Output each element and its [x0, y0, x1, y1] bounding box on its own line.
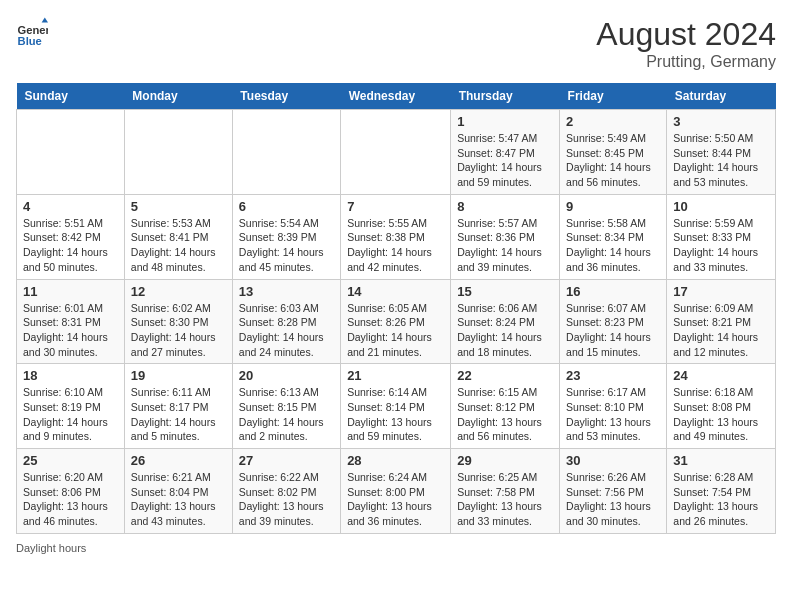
title-block: August 2024 Prutting, Germany	[596, 16, 776, 71]
day-number: 27	[239, 453, 334, 468]
day-number: 19	[131, 368, 226, 383]
day-info: Sunrise: 5:55 AM Sunset: 8:38 PM Dayligh…	[347, 216, 444, 275]
day-number: 15	[457, 284, 553, 299]
calendar-cell: 31Sunrise: 6:28 AM Sunset: 7:54 PM Dayli…	[667, 449, 776, 534]
calendar-cell: 1Sunrise: 5:47 AM Sunset: 8:47 PM Daylig…	[451, 110, 560, 195]
day-number: 12	[131, 284, 226, 299]
day-number: 9	[566, 199, 660, 214]
calendar-cell	[17, 110, 125, 195]
day-number: 7	[347, 199, 444, 214]
day-info: Sunrise: 6:21 AM Sunset: 8:04 PM Dayligh…	[131, 470, 226, 529]
calendar-cell: 9Sunrise: 5:58 AM Sunset: 8:34 PM Daylig…	[560, 194, 667, 279]
calendar-cell: 26Sunrise: 6:21 AM Sunset: 8:04 PM Dayli…	[124, 449, 232, 534]
day-info: Sunrise: 6:15 AM Sunset: 8:12 PM Dayligh…	[457, 385, 553, 444]
calendar-cell: 19Sunrise: 6:11 AM Sunset: 8:17 PM Dayli…	[124, 364, 232, 449]
day-number: 22	[457, 368, 553, 383]
day-number: 24	[673, 368, 769, 383]
calendar-cell	[232, 110, 340, 195]
day-number: 8	[457, 199, 553, 214]
week-row-2: 4Sunrise: 5:51 AM Sunset: 8:42 PM Daylig…	[17, 194, 776, 279]
calendar-cell: 10Sunrise: 5:59 AM Sunset: 8:33 PM Dayli…	[667, 194, 776, 279]
calendar-cell: 24Sunrise: 6:18 AM Sunset: 8:08 PM Dayli…	[667, 364, 776, 449]
header-day-saturday: Saturday	[667, 83, 776, 110]
header-day-monday: Monday	[124, 83, 232, 110]
svg-text:General: General	[18, 24, 48, 36]
day-info: Sunrise: 5:57 AM Sunset: 8:36 PM Dayligh…	[457, 216, 553, 275]
day-info: Sunrise: 6:26 AM Sunset: 7:56 PM Dayligh…	[566, 470, 660, 529]
day-info: Sunrise: 5:53 AM Sunset: 8:41 PM Dayligh…	[131, 216, 226, 275]
day-info: Sunrise: 6:25 AM Sunset: 7:58 PM Dayligh…	[457, 470, 553, 529]
calendar-cell: 2Sunrise: 5:49 AM Sunset: 8:45 PM Daylig…	[560, 110, 667, 195]
day-number: 6	[239, 199, 334, 214]
week-row-4: 18Sunrise: 6:10 AM Sunset: 8:19 PM Dayli…	[17, 364, 776, 449]
calendar-cell: 14Sunrise: 6:05 AM Sunset: 8:26 PM Dayli…	[341, 279, 451, 364]
week-row-5: 25Sunrise: 6:20 AM Sunset: 8:06 PM Dayli…	[17, 449, 776, 534]
day-number: 3	[673, 114, 769, 129]
day-number: 10	[673, 199, 769, 214]
calendar-cell: 23Sunrise: 6:17 AM Sunset: 8:10 PM Dayli…	[560, 364, 667, 449]
day-number: 5	[131, 199, 226, 214]
calendar-table: SundayMondayTuesdayWednesdayThursdayFrid…	[16, 83, 776, 534]
day-info: Sunrise: 6:18 AM Sunset: 8:08 PM Dayligh…	[673, 385, 769, 444]
day-info: Sunrise: 6:28 AM Sunset: 7:54 PM Dayligh…	[673, 470, 769, 529]
day-info: Sunrise: 6:24 AM Sunset: 8:00 PM Dayligh…	[347, 470, 444, 529]
week-row-3: 11Sunrise: 6:01 AM Sunset: 8:31 PM Dayli…	[17, 279, 776, 364]
day-info: Sunrise: 6:02 AM Sunset: 8:30 PM Dayligh…	[131, 301, 226, 360]
day-info: Sunrise: 5:54 AM Sunset: 8:39 PM Dayligh…	[239, 216, 334, 275]
day-info: Sunrise: 5:49 AM Sunset: 8:45 PM Dayligh…	[566, 131, 660, 190]
day-number: 26	[131, 453, 226, 468]
calendar-cell: 27Sunrise: 6:22 AM Sunset: 8:02 PM Dayli…	[232, 449, 340, 534]
day-number: 31	[673, 453, 769, 468]
daylight-hours-label: Daylight hours	[16, 542, 86, 554]
day-number: 4	[23, 199, 118, 214]
day-info: Sunrise: 6:22 AM Sunset: 8:02 PM Dayligh…	[239, 470, 334, 529]
calendar-cell: 12Sunrise: 6:02 AM Sunset: 8:30 PM Dayli…	[124, 279, 232, 364]
day-info: Sunrise: 6:03 AM Sunset: 8:28 PM Dayligh…	[239, 301, 334, 360]
day-info: Sunrise: 6:06 AM Sunset: 8:24 PM Dayligh…	[457, 301, 553, 360]
day-number: 29	[457, 453, 553, 468]
day-info: Sunrise: 5:47 AM Sunset: 8:47 PM Dayligh…	[457, 131, 553, 190]
day-info: Sunrise: 6:20 AM Sunset: 8:06 PM Dayligh…	[23, 470, 118, 529]
day-number: 17	[673, 284, 769, 299]
calendar-cell: 3Sunrise: 5:50 AM Sunset: 8:44 PM Daylig…	[667, 110, 776, 195]
calendar-cell: 25Sunrise: 6:20 AM Sunset: 8:06 PM Dayli…	[17, 449, 125, 534]
day-number: 16	[566, 284, 660, 299]
header-day-sunday: Sunday	[17, 83, 125, 110]
day-info: Sunrise: 6:05 AM Sunset: 8:26 PM Dayligh…	[347, 301, 444, 360]
calendar-cell: 17Sunrise: 6:09 AM Sunset: 8:21 PM Dayli…	[667, 279, 776, 364]
day-info: Sunrise: 5:51 AM Sunset: 8:42 PM Dayligh…	[23, 216, 118, 275]
day-number: 23	[566, 368, 660, 383]
day-number: 21	[347, 368, 444, 383]
day-number: 18	[23, 368, 118, 383]
day-info: Sunrise: 5:58 AM Sunset: 8:34 PM Dayligh…	[566, 216, 660, 275]
header-day-thursday: Thursday	[451, 83, 560, 110]
day-info: Sunrise: 5:59 AM Sunset: 8:33 PM Dayligh…	[673, 216, 769, 275]
day-number: 2	[566, 114, 660, 129]
calendar-header: SundayMondayTuesdayWednesdayThursdayFrid…	[17, 83, 776, 110]
day-info: Sunrise: 6:14 AM Sunset: 8:14 PM Dayligh…	[347, 385, 444, 444]
day-info: Sunrise: 6:07 AM Sunset: 8:23 PM Dayligh…	[566, 301, 660, 360]
day-info: Sunrise: 6:13 AM Sunset: 8:15 PM Dayligh…	[239, 385, 334, 444]
day-number: 30	[566, 453, 660, 468]
day-number: 28	[347, 453, 444, 468]
day-info: Sunrise: 6:11 AM Sunset: 8:17 PM Dayligh…	[131, 385, 226, 444]
calendar-cell: 29Sunrise: 6:25 AM Sunset: 7:58 PM Dayli…	[451, 449, 560, 534]
calendar-cell: 6Sunrise: 5:54 AM Sunset: 8:39 PM Daylig…	[232, 194, 340, 279]
calendar-cell: 15Sunrise: 6:06 AM Sunset: 8:24 PM Dayli…	[451, 279, 560, 364]
day-number: 1	[457, 114, 553, 129]
footer-note: Daylight hours	[16, 542, 776, 554]
header-row: SundayMondayTuesdayWednesdayThursdayFrid…	[17, 83, 776, 110]
main-title: August 2024	[596, 16, 776, 53]
calendar-cell	[341, 110, 451, 195]
day-info: Sunrise: 5:50 AM Sunset: 8:44 PM Dayligh…	[673, 131, 769, 190]
calendar-cell: 21Sunrise: 6:14 AM Sunset: 8:14 PM Dayli…	[341, 364, 451, 449]
calendar-cell: 20Sunrise: 6:13 AM Sunset: 8:15 PM Dayli…	[232, 364, 340, 449]
calendar-cell: 5Sunrise: 5:53 AM Sunset: 8:41 PM Daylig…	[124, 194, 232, 279]
svg-text:Blue: Blue	[18, 35, 42, 47]
page-header: General Blue August 2024 Prutting, Germa…	[16, 16, 776, 71]
day-info: Sunrise: 6:17 AM Sunset: 8:10 PM Dayligh…	[566, 385, 660, 444]
day-number: 11	[23, 284, 118, 299]
logo: General Blue	[16, 16, 48, 48]
header-day-tuesday: Tuesday	[232, 83, 340, 110]
calendar-cell: 7Sunrise: 5:55 AM Sunset: 8:38 PM Daylig…	[341, 194, 451, 279]
